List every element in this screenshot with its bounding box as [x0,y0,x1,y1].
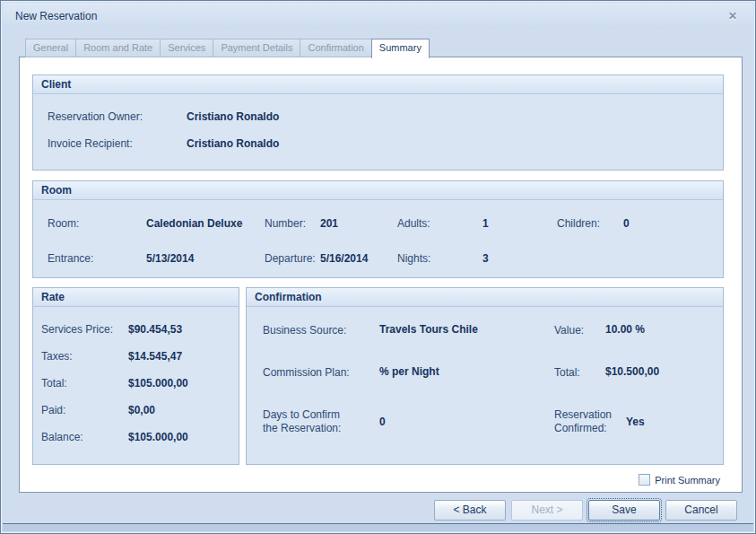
client-panel-title: Client [33,75,723,94]
services-price-value: $90.454,53 [128,324,182,336]
tab-services[interactable]: Services [160,39,213,57]
title-bar: New Reservation ✕ [3,3,753,30]
commission-total-row: Total: $10.500,00 [554,366,659,408]
reservation-confirmed-label: Reservation Confirmed: [554,408,626,435]
balance-value: $105.000,00 [128,432,188,443]
entrance-value: 5/13/2014 [146,253,265,265]
paid-label: Paid: [41,405,128,416]
paid-value: $0,00 [128,405,155,416]
room-value: Caledonian Deluxe [146,218,265,230]
rate-total-row: Total: $105.000,00 [33,378,239,390]
commission-total-label: Total: [554,366,605,380]
paid-row: Paid: $0,00 [33,405,239,416]
button-row: < Back Next > Save Cancel [434,500,737,521]
balance-label: Balance: [41,432,128,443]
confirmation-panel: Confirmation Business Source: Travels To… [246,287,724,465]
confirmation-panel-title: Confirmation [247,288,723,307]
number-value: 201 [320,218,397,230]
value-value: 10.00 % [605,324,645,336]
business-source-row: Business Source: Travels Tours Chile [263,324,478,366]
commission-plan-value: % per Night [379,366,439,378]
room-label: Room: [48,218,146,230]
reservation-confirmed-value: Yes [626,416,645,428]
rate-panel: Rate Services Price: $90.454,53 Taxes: $… [32,287,239,465]
services-price-label: Services Price: [41,324,128,336]
adults-label: Adults: [397,218,482,230]
value-row: Value: 10.00 % [554,324,659,366]
commission-plan-label: Commission Plan: [263,366,379,380]
room-row-2: Entrance: 5/13/2014 Departure: 5/16/2014… [33,253,723,265]
print-summary-label[interactable]: Print Summary [655,475,720,486]
invoice-recipient-label: Invoice Recipient: [48,138,187,150]
days-to-confirm-label: Days to Confirm the Reservation: [263,408,379,435]
children-label: Children: [557,218,623,230]
tab-confirmation[interactable]: Confirmation [300,39,371,57]
rate-total-label: Total: [41,378,128,390]
window-bottom-bevel [3,523,753,531]
business-source-label: Business Source: [263,324,379,337]
close-button[interactable]: ✕ [725,9,741,23]
balance-row: Balance: $105.000,00 [33,432,239,443]
children-value: 0 [623,218,630,230]
adults-value: 1 [482,218,557,230]
confirmation-right-column: Value: 10.00 % Total: $10.500,00 Reserva… [554,324,659,435]
tab-payment-details[interactable]: Payment Details [213,39,300,57]
new-reservation-dialog: New Reservation ✕ General Room and Rate … [0,0,756,534]
print-summary-row: Print Summary [639,474,720,486]
summary-tab-page: Client Reservation Owner: Cristiano Rona… [19,57,743,493]
taxes-value: $14.545,47 [128,351,182,363]
entrance-label: Entrance: [48,253,146,265]
tab-strip: General Room and Rate Services Payment D… [25,39,429,58]
room-panel-title: Room [33,181,723,200]
invoice-recipient-value: Cristiano Ronaldo [187,138,279,150]
services-price-row: Services Price: $90.454,53 [33,324,239,336]
commission-plan-row: Commission Plan: % per Night [263,366,478,408]
rate-total-value: $105.000,00 [128,378,188,390]
number-label: Number: [265,218,320,230]
client-panel: Client Reservation Owner: Cristiano Rona… [32,74,724,171]
days-to-confirm-row: Days to Confirm the Reservation: 0 [263,408,478,435]
nights-label: Nights: [397,253,482,265]
tab-summary[interactable]: Summary [371,39,430,58]
confirmation-left-column: Business Source: Travels Tours Chile Com… [263,324,478,435]
nights-value: 3 [482,253,489,265]
reservation-owner-row: Reservation Owner: Cristiano Ronaldo [33,111,723,123]
back-button[interactable]: < Back [434,500,506,521]
reservation-confirmed-row: Reservation Confirmed: Yes [554,408,659,435]
close-icon: ✕ [728,10,737,22]
rate-panel-title: Rate [33,288,239,307]
taxes-label: Taxes: [41,351,128,363]
tab-room-and-rate[interactable]: Room and Rate [75,39,161,57]
departure-value: 5/16/2014 [320,253,397,265]
print-summary-checkbox[interactable] [639,474,650,486]
days-to-confirm-value: 0 [379,416,386,428]
reservation-owner-label: Reservation Owner: [48,111,187,123]
commission-total-value: $10.500,00 [605,366,659,378]
window-title: New Reservation [15,10,97,22]
departure-label: Departure: [265,253,320,265]
room-row-1: Room: Caledonian Deluxe Number: 201 Adul… [33,218,723,230]
next-button[interactable]: Next > [511,500,583,521]
room-panel: Room Room: Caledonian Deluxe Number: 201… [32,180,724,278]
taxes-row: Taxes: $14.545,47 [33,351,239,363]
value-label: Value: [554,324,605,337]
tab-general[interactable]: General [25,39,76,57]
cancel-button[interactable]: Cancel [665,500,737,521]
reservation-owner-value: Cristiano Ronaldo [187,111,279,123]
invoice-recipient-row: Invoice Recipient: Cristiano Ronaldo [33,138,723,150]
business-source-value: Travels Tours Chile [379,324,478,336]
save-button[interactable]: Save [588,500,660,521]
